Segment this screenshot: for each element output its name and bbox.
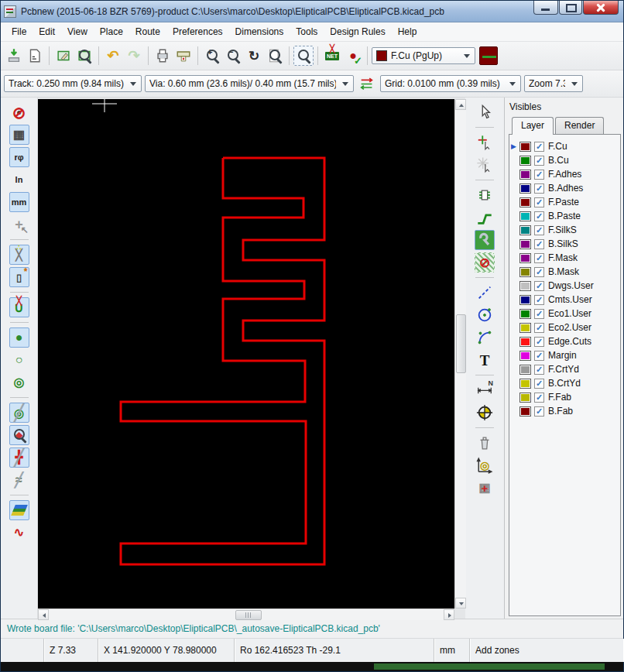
grid-origin-tool[interactable]: ▦+ bbox=[475, 478, 495, 498]
menu-file[interactable]: File bbox=[5, 24, 33, 39]
local-ratsnest-tool[interactable] bbox=[475, 155, 495, 175]
layer-color-swatch[interactable] bbox=[519, 142, 531, 152]
layer-color-swatch[interactable] bbox=[519, 351, 531, 361]
add-keepout-tool[interactable]: ⊘ bbox=[475, 252, 495, 273]
layer-color-swatch[interactable] bbox=[519, 170, 531, 180]
track-width-combo[interactable]: Track: 0.250 mm (9.84 mils) * bbox=[4, 75, 142, 92]
layer-color-swatch[interactable] bbox=[519, 309, 531, 319]
track-autodelete-button[interactable]: ∪╳ bbox=[9, 297, 29, 317]
page-settings-button[interactable] bbox=[25, 46, 45, 66]
microwave-tools-button[interactable]: ∿ bbox=[9, 523, 29, 543]
undo-button[interactable]: ↶ bbox=[103, 46, 123, 66]
module-ratsnest-button[interactable]: ▯* bbox=[9, 267, 29, 287]
layer-color-swatch[interactable] bbox=[519, 295, 531, 305]
zones-filled-button[interactable]: ● bbox=[9, 327, 29, 348]
units-mm-button[interactable]: mm bbox=[9, 192, 29, 212]
layer-color-swatch[interactable] bbox=[519, 253, 531, 263]
layers-manager-button[interactable] bbox=[9, 500, 29, 520]
zoom-fit-button[interactable] bbox=[265, 46, 285, 66]
horizontal-scroll-thumb[interactable] bbox=[235, 610, 262, 620]
scroll-right-button[interactable] bbox=[444, 609, 454, 620]
layer-color-swatch[interactable] bbox=[519, 365, 531, 375]
ratsnest-toggle-button[interactable]: ╳∴ bbox=[9, 245, 29, 265]
layer-visibility-checkbox[interactable]: ✓ bbox=[534, 379, 544, 389]
zones-outline-button[interactable]: ○ bbox=[9, 350, 29, 370]
layer-color-swatch[interactable] bbox=[519, 239, 531, 249]
layer-color-swatch[interactable] bbox=[519, 225, 531, 235]
zoom-selection-button[interactable] bbox=[293, 46, 314, 66]
menu-tools[interactable]: Tools bbox=[290, 24, 324, 39]
layer-visibility-checkbox[interactable]: ✓ bbox=[534, 156, 544, 166]
layer-selector-combo[interactable]: F.Cu (PgUp) bbox=[372, 47, 475, 64]
layer-visibility-checkbox[interactable]: ✓ bbox=[534, 351, 544, 361]
layer-color-swatch[interactable] bbox=[519, 183, 531, 194]
layer-color-swatch[interactable] bbox=[519, 281, 531, 291]
layer-visibility-checkbox[interactable]: ✓ bbox=[534, 295, 544, 305]
grid-size-combo[interactable]: Grid: 0.0100 mm (0.39 mils) bbox=[380, 75, 521, 92]
highlight-net-tool[interactable] bbox=[475, 132, 495, 153]
layer-visibility-checkbox[interactable]: ✓ bbox=[534, 170, 544, 180]
close-button[interactable] bbox=[583, 1, 619, 15]
menu-dimensions[interactable]: Dimensions bbox=[229, 24, 290, 39]
drc-off-button[interactable]: ●⊘ bbox=[9, 102, 29, 122]
layer-color-swatch[interactable] bbox=[519, 379, 531, 389]
layer-visibility-checkbox[interactable]: ✓ bbox=[534, 142, 544, 152]
find-module-button[interactable] bbox=[74, 46, 94, 66]
pcb-canvas[interactable] bbox=[38, 99, 454, 609]
add-zones-tool[interactable] bbox=[475, 230, 495, 250]
polar-coords-button[interactable]: rφ bbox=[9, 147, 29, 167]
delete-tool[interactable] bbox=[475, 433, 495, 453]
scroll-left-button[interactable] bbox=[38, 609, 49, 620]
contrast-mode-button[interactable]: ╋╱ bbox=[9, 447, 29, 468]
scroll-down-button[interactable] bbox=[455, 598, 466, 609]
layer-visibility-checkbox[interactable]: ✓ bbox=[534, 183, 544, 194]
zoom-level-combo[interactable]: Zoom 7.33 bbox=[524, 75, 583, 92]
plot-button[interactable] bbox=[173, 46, 194, 66]
vertical-scroll-thumb[interactable] bbox=[456, 314, 466, 373]
drc-check-button[interactable]: ●✓ bbox=[343, 46, 363, 66]
layer-color-swatch[interactable] bbox=[519, 156, 531, 166]
grid-toggle-button[interactable]: ▦ bbox=[9, 125, 29, 145]
select-tool[interactable] bbox=[475, 102, 495, 122]
layer-visibility-checkbox[interactable]: ✓ bbox=[534, 239, 544, 249]
track-width-button[interactable] bbox=[479, 46, 498, 65]
netlist-button[interactable]: NET╳ bbox=[322, 46, 342, 66]
redo-button[interactable]: ↷ bbox=[124, 46, 144, 66]
tracks-outline-button[interactable]: ◆ bbox=[9, 425, 29, 445]
menu-route[interactable]: Route bbox=[129, 24, 166, 39]
menu-preferences[interactable]: Preferences bbox=[166, 24, 229, 39]
save-board-button[interactable] bbox=[4, 46, 24, 66]
layer-visibility-checkbox[interactable]: ✓ bbox=[534, 323, 544, 333]
tab-render[interactable]: Render bbox=[555, 117, 604, 134]
scroll-up-button[interactable] bbox=[455, 99, 466, 110]
layer-color-swatch[interactable] bbox=[519, 406, 531, 417]
layer-color-swatch[interactable] bbox=[519, 393, 531, 403]
menu-edit[interactable]: Edit bbox=[33, 24, 61, 39]
menu-design-rules[interactable]: Design Rules bbox=[324, 24, 391, 39]
layer-color-swatch[interactable] bbox=[519, 197, 531, 207]
layer-visibility-checkbox[interactable]: ✓ bbox=[534, 197, 544, 207]
layer-color-swatch[interactable] bbox=[519, 211, 531, 221]
menu-help[interactable]: Help bbox=[392, 24, 423, 39]
layer-visibility-checkbox[interactable]: ✓ bbox=[534, 267, 544, 277]
via-size-combo[interactable]: Via: 0.60 mm (23.6 mils)/ 0.40 mm (15.7 … bbox=[145, 75, 354, 92]
zoom-out-button[interactable]: − bbox=[223, 46, 243, 66]
print-button[interactable] bbox=[153, 46, 173, 66]
layer-visibility-checkbox[interactable]: ✓ bbox=[534, 281, 544, 291]
layer-color-swatch[interactable] bbox=[519, 337, 531, 347]
layer-visibility-checkbox[interactable]: ✓ bbox=[534, 211, 544, 221]
layer-visibility-checkbox[interactable]: ✓ bbox=[534, 253, 544, 263]
layer-visibility-checkbox[interactable]: ✓ bbox=[534, 309, 544, 319]
layer-color-swatch[interactable] bbox=[519, 323, 531, 333]
add-line-tool[interactable] bbox=[475, 283, 495, 303]
layer-visibility-checkbox[interactable]: ✓ bbox=[534, 406, 544, 417]
cursor-shape-button[interactable]: +↖ bbox=[9, 214, 29, 235]
zones-hatched-button[interactable]: ◎ bbox=[9, 372, 29, 393]
units-inches-button[interactable]: In bbox=[9, 170, 29, 190]
vertical-scrollbar[interactable] bbox=[454, 99, 466, 609]
module-editor-button[interactable] bbox=[53, 46, 74, 66]
horizontal-scrollbar[interactable] bbox=[38, 609, 454, 620]
add-circle-tool[interactable] bbox=[475, 305, 495, 325]
add-text-tool[interactable]: T bbox=[475, 350, 495, 370]
zoom-in-button[interactable]: + bbox=[202, 46, 222, 66]
